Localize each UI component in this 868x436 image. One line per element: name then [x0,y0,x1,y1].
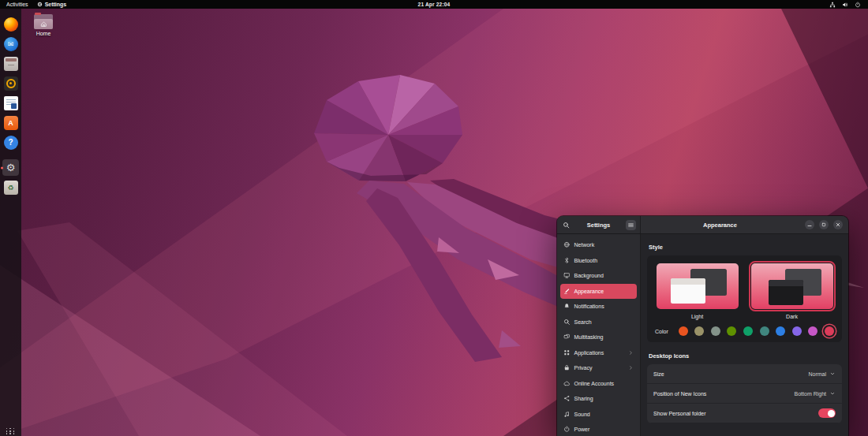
sidebar-item-online-accounts[interactable]: Online Accounts [560,376,637,391]
sidebar-item-power[interactable]: Power [560,422,637,436]
clock[interactable]: 21 Apr 22:04 [418,2,451,7]
settings-row-size: Size Normal [647,364,842,384]
bluetooth-icon [563,257,571,264]
accent-swatch-orange[interactable] [679,326,688,336]
row-control[interactable]: Bottom Right [795,390,836,397]
settings-row-show-personal-folder: Show Personal folder [647,404,842,423]
style-preview [657,263,739,309]
accent-swatch-bark[interactable] [694,326,704,336]
window-minimize-icon [806,222,813,228]
power-icon [563,426,571,433]
desktop-icon-label: Home [30,31,57,36]
search-icon [563,319,571,326]
dock-item-files[interactable] [2,55,19,72]
privacy-icon [563,364,571,371]
accent-swatch-magenta[interactable] [808,326,817,336]
sidebar-item-notifications[interactable]: Notifications [560,299,637,314]
style-group: Light Dark Color [647,255,842,342]
online-accounts-icon [563,380,571,387]
window-maximize-icon [821,222,827,228]
desktop-icon-home[interactable]: Home [30,14,57,36]
accent-swatch-viridian[interactable] [743,326,753,336]
style-option-light[interactable]: Light [657,263,739,319]
volume-icon[interactable] [842,2,848,8]
dock-item-rhythmbox[interactable] [2,75,19,91]
settings-sidebar: Network Bluetooth Background Appearance [557,234,641,436]
accent-swatch-red[interactable] [825,326,834,336]
accent-swatch-olive[interactable] [727,326,736,336]
top-bar: Activities Settings 21 Apr 22:04 [0,0,868,9]
system-tray[interactable] [829,2,868,8]
style-option-dark[interactable]: Dark [751,263,833,319]
panel-title: Appearance [649,222,791,229]
primary-menu-button[interactable] [626,220,636,230]
notifications-icon [563,303,571,310]
accent-swatch-sage[interactable] [711,326,720,336]
sidebar-item-multitasking[interactable]: Multitasking [560,330,637,345]
search-icon [563,222,570,229]
accent-swatch-purple[interactable] [792,326,802,336]
show-applications-grid-icon[interactable] [6,428,16,434]
sharing-icon [563,395,571,402]
dock-item-thunderbird[interactable] [2,35,19,52]
color-label: Color [655,329,668,334]
home-folder-icon [34,14,53,29]
search-button[interactable] [561,220,571,230]
sidebar-item-privacy[interactable]: Privacy [560,360,637,375]
window-close-icon [835,222,841,228]
sidebar-item-network[interactable]: Network [560,237,637,252]
appearance-panel: Style Light Dark [641,234,848,436]
sidebar-item-bluetooth[interactable]: Bluetooth [560,253,637,268]
accent-swatch-prussian-green[interactable] [760,326,769,336]
dock-item-software[interactable] [2,114,19,131]
accent-color-row: Color [653,326,836,336]
chevron-down-icon [829,371,836,377]
window-titlebar[interactable]: Settings Appearance [557,216,848,234]
network-icon [563,241,571,248]
dock-item-help[interactable] [2,134,19,151]
titlebar-main-section: Appearance [641,216,848,233]
settings-row-position-of-new-icons: Position of New Icons Bottom Right [647,384,842,404]
desktop-icons-group: Size Normal Position of New Icons Bottom… [647,364,842,423]
focused-app-menu[interactable]: Settings [37,2,67,7]
dock-item-writer[interactable] [2,95,19,111]
sidebar-item-applications[interactable]: Applications [560,345,637,360]
titlebar-sidebar-section: Settings [557,216,641,233]
sidebar-item-background[interactable]: Background [560,268,637,283]
power-icon[interactable] [855,2,861,8]
window-title: Settings [574,222,623,229]
house-icon [40,20,47,28]
sidebar-item-sound[interactable]: Sound [560,407,637,422]
desktop-icons-section-title: Desktop Icons [649,352,842,360]
accent-swatch-blue[interactable] [776,326,785,336]
chevron-right-icon [628,365,634,371]
focused-app-label: Settings [45,2,67,7]
background-icon [563,272,571,279]
dock-item-firefox[interactable] [2,16,19,32]
applications-icon [563,349,571,356]
sound-icon [563,411,571,418]
row-control[interactable] [818,408,836,418]
dock-item-trash[interactable] [2,179,19,196]
row-control[interactable]: Normal [808,371,836,377]
sidebar-item-appearance[interactable]: Appearance [560,284,637,299]
dock [0,9,21,436]
multitasking-icon [563,334,571,341]
settings-window: Settings Appearance Network Bluetooth [557,216,848,436]
appearance-icon [563,288,571,295]
sidebar-item-sharing[interactable]: Sharing [560,391,637,406]
chevron-right-icon [628,350,634,356]
chevron-down-icon [829,390,836,397]
sidebar-item-search[interactable]: Search [560,315,637,330]
style-preview [751,263,833,309]
toggle-switch[interactable] [818,408,836,418]
dock-item-settings[interactable] [2,159,19,176]
window-controls [805,220,848,229]
menu-icon [627,222,634,229]
style-section-title: Style [649,244,842,251]
gear-icon [37,2,43,7]
activities-button[interactable]: Activities [6,2,28,7]
network-tray-icon[interactable] [829,2,836,8]
